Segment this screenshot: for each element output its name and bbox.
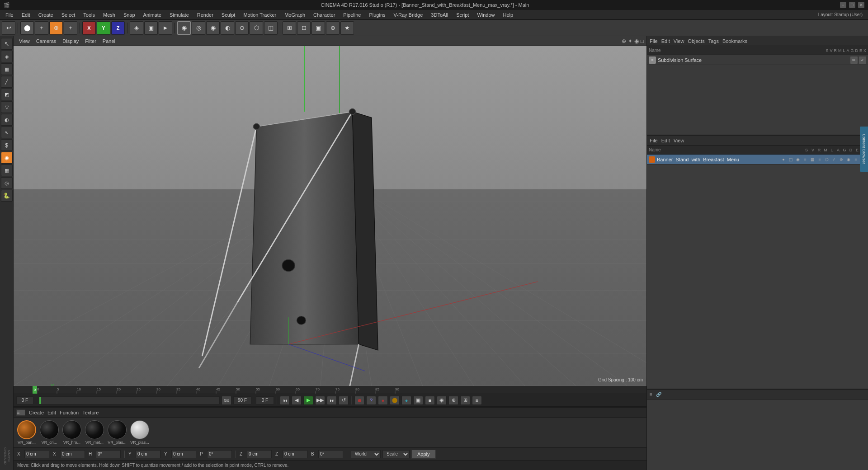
object-tool-4[interactable]: ◐ <box>221 21 234 35</box>
select-all-button[interactable]: + <box>64 21 77 35</box>
render-to-po-button[interactable]: ► <box>159 21 172 35</box>
scene-edit[interactable]: Edit <box>661 138 670 143</box>
left-tool-cursor[interactable]: ↖ <box>1 38 13 50</box>
vp-menu-cameras[interactable]: Cameras <box>33 38 59 45</box>
vp-icon-3[interactable]: ◉ <box>634 38 639 44</box>
snap-tool-2[interactable]: ⊡ <box>297 21 311 35</box>
b-rotation-input[interactable] <box>318 450 343 458</box>
material-item-vr-plas1[interactable]: VR_plas... <box>108 420 127 445</box>
menu-select[interactable]: Select <box>58 11 79 19</box>
key-btn-8[interactable]: ⊞ <box>460 396 470 405</box>
menu-create[interactable]: Create <box>35 11 57 19</box>
scene-ctrl-4[interactable]: ≡ <box>802 156 808 163</box>
menu-window[interactable]: Window <box>473 11 498 19</box>
vp-icon-2[interactable]: ✦ <box>628 38 632 44</box>
vp-menu-display[interactable]: Display <box>60 38 81 45</box>
subdivision-surface-row[interactable]: ≡ Subdivision Surface ✏ ✓ <box>647 55 868 65</box>
move-tool-button[interactable]: ⬤ <box>20 21 34 35</box>
object-tool-6[interactable]: ⬡ <box>250 21 263 35</box>
apply-button[interactable]: Apply <box>411 450 436 459</box>
object-tool-3[interactable]: ◉ <box>206 21 220 35</box>
left-tool-spline[interactable]: ╱ <box>1 76 13 88</box>
left-tool-circle[interactable]: ◎ <box>1 177 13 189</box>
scene-ctrl-5[interactable]: ▦ <box>809 156 816 163</box>
scale-tool-button[interactable]: + <box>35 21 48 35</box>
key-btn-4[interactable]: ▣ <box>413 396 423 405</box>
go-end-button[interactable]: ⏭ <box>327 396 337 405</box>
subdiv-edit-btn[interactable]: ✏ <box>850 56 858 64</box>
content-browser-tab[interactable]: Content Browser <box>860 127 868 172</box>
key-btn-3[interactable]: ● <box>401 396 411 405</box>
rotate-tool-button[interactable]: ⊕ <box>49 21 63 35</box>
menu-snap[interactable]: Snap <box>120 11 139 19</box>
menu-mograph[interactable]: MoGraph <box>281 11 309 19</box>
mat-menu-texture[interactable]: Texture <box>82 410 99 415</box>
help-button[interactable]: ? <box>366 396 376 405</box>
snap-tool-1[interactable]: ⊞ <box>283 21 296 35</box>
menu-simulate[interactable]: Simulate <box>166 11 193 19</box>
material-item-vr-hro[interactable]: VR_hro... <box>62 420 81 445</box>
object-tool-1[interactable]: ◉ <box>177 21 191 35</box>
left-tool-weight[interactable]: $ <box>1 139 13 151</box>
key-btn-1[interactable]: ● <box>378 396 388 405</box>
banner-stand-row[interactable]: Banner_Stand_with_Breakfast_Menu ● ◫ ◉ ≡… <box>647 155 868 164</box>
object-tool-2[interactable]: ◎ <box>192 21 205 35</box>
subdiv-check-btn[interactable]: ✓ <box>859 56 866 64</box>
y-axis-button[interactable]: Y <box>97 21 110 35</box>
left-tool-layers[interactable]: ▦ <box>1 63 13 75</box>
menu-animate[interactable]: Animate <box>140 11 165 19</box>
left-tool-active[interactable]: ◉ <box>1 152 13 164</box>
coord-system-dropdown[interactable]: World Object Camera <box>351 450 381 458</box>
material-item-vr-ban[interactable]: VR_ban... <box>17 420 36 445</box>
menu-sculpt[interactable]: Sculpt <box>218 11 239 19</box>
left-tool-knife[interactable]: ▽ <box>1 101 13 113</box>
menu-help[interactable]: Help <box>500 11 517 19</box>
mat-menu-edit[interactable]: Edit <box>47 410 56 415</box>
vp-menu-view[interactable]: View <box>16 38 33 45</box>
key-btn-9[interactable]: ≡ <box>472 396 482 405</box>
y-position-input[interactable] <box>136 450 160 458</box>
scene-ctrl-6[interactable]: ≡ <box>816 156 823 163</box>
panel-bookmarks[interactable]: Bookmarks <box>722 38 747 44</box>
key-btn-7[interactable]: ⊕ <box>448 396 458 405</box>
left-tool-extrude[interactable]: ◩ <box>1 89 13 100</box>
snap-tool-3[interactable]: ▣ <box>311 21 325 35</box>
loop-button[interactable]: ↺ <box>339 396 349 405</box>
left-tool-bend[interactable]: ◐ <box>1 114 13 126</box>
menu-3dtoall[interactable]: 3DToAll <box>427 11 452 19</box>
snap-tool-4[interactable]: ⊕ <box>326 21 340 35</box>
go-start-button[interactable]: ⏮ <box>280 396 290 405</box>
scene-file[interactable]: File <box>650 138 658 143</box>
next-frame-button[interactable]: ▶▶ <box>315 396 325 405</box>
menu-motion-tracker[interactable]: Motion Tracker <box>240 11 280 19</box>
panel-view[interactable]: View <box>674 38 684 44</box>
mat-menu-function[interactable]: Function <box>60 410 79 415</box>
menu-script[interactable]: Script <box>453 11 472 19</box>
menu-render[interactable]: Render <box>193 11 217 19</box>
maximize-button[interactable]: □ <box>849 2 855 8</box>
vp-icon-1[interactable]: ⊕ <box>622 38 626 44</box>
attr-mode-btn[interactable]: ≡ <box>650 392 652 397</box>
scene-view[interactable]: View <box>674 138 684 143</box>
mat-menu-create[interactable]: Create <box>29 410 44 415</box>
render-button[interactable]: ◈ <box>130 21 143 35</box>
end-frame-input[interactable] <box>233 396 251 404</box>
menu-character[interactable]: Character <box>310 11 339 19</box>
material-item-vr-cri[interactable]: VR_cri... <box>40 420 59 445</box>
prev-frame-button[interactable]: ◀ <box>292 396 302 405</box>
panel-objects[interactable]: Objects <box>688 38 704 44</box>
go-button[interactable]: Go <box>222 396 231 405</box>
material-item-vr-plas2[interactable]: VR_plas... <box>130 420 149 445</box>
object-tool-7[interactable]: ◫ <box>264 21 278 35</box>
key-btn-2[interactable]: ⬤ <box>390 396 400 405</box>
vp-menu-filter[interactable]: Filter <box>82 38 99 45</box>
vp-menu-panel[interactable]: Panel <box>100 38 118 45</box>
menu-edit[interactable]: Edit <box>18 11 34 19</box>
minimize-button[interactable]: − <box>840 2 846 8</box>
key-btn-6[interactable]: ◉ <box>437 396 447 405</box>
menu-tools[interactable]: Tools <box>80 11 99 19</box>
vp-icon-4[interactable]: □ <box>641 38 644 44</box>
menu-file[interactable]: File <box>2 11 17 19</box>
left-tool-python[interactable]: 🐍 <box>1 190 13 202</box>
play-button[interactable]: ▶ <box>303 396 313 405</box>
